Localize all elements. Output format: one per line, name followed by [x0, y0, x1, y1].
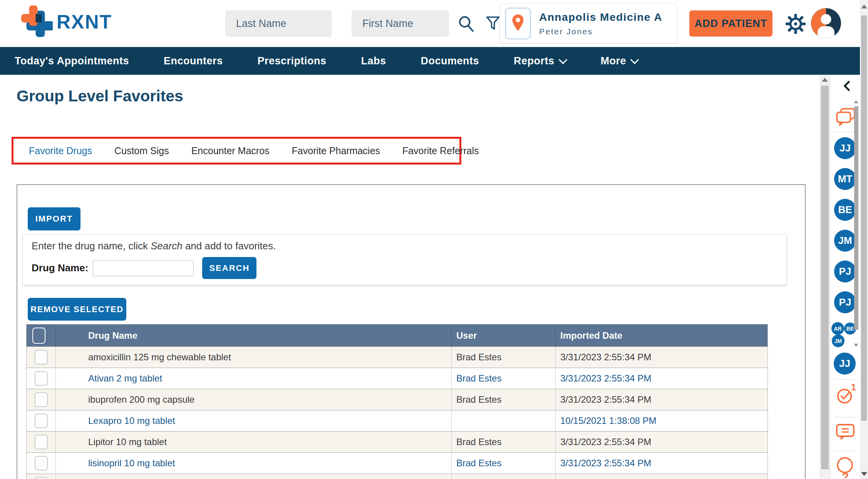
favorites-panel: IMPORT Enter the drug name, click Search… — [17, 184, 806, 479]
contact-avatar[interactable]: JM — [834, 230, 856, 252]
nav-prescriptions[interactable]: Prescriptions — [257, 55, 326, 67]
nav-more[interactable]: More — [601, 55, 638, 67]
location-pin-box — [505, 8, 531, 39]
scroll-down-arrow[interactable] — [854, 344, 858, 347]
filter-icon[interactable] — [486, 16, 500, 32]
browser-scrollbar-thumb[interactable] — [861, 15, 867, 421]
tasks-badge-count: 1 — [851, 382, 856, 393]
location-pin-icon — [511, 14, 524, 34]
add-patient-button[interactable]: ADD PATIENT — [689, 10, 772, 37]
row-checkbox[interactable] — [35, 477, 48, 479]
content-scrollbar-thumb[interactable] — [821, 86, 829, 469]
user-cell: Brad Estes — [452, 368, 556, 389]
contact-avatar[interactable]: BE — [834, 199, 856, 221]
drug-name-link[interactable]: Lexapro 10 mg tablet — [56, 410, 452, 432]
import-button[interactable]: IMPORT — [28, 207, 80, 230]
col-header-imported-date: Imported Date — [556, 324, 768, 347]
tasks-check-icon[interactable]: 1 — [836, 385, 855, 407]
contact-avatar[interactable]: JJ — [834, 353, 856, 375]
user-cell — [452, 410, 556, 432]
date-cell: 10/15/2021 1:38:08 PM — [556, 410, 768, 432]
main-nav: Today's Appointments Encounters Prescrip… — [0, 47, 860, 75]
tabs-annotation-box: Favorite Drugs Custom Sigs Encounter Mac… — [12, 137, 461, 165]
drug-name-cell: Lipitor 10 mg tablet — [56, 432, 452, 453]
message-icon[interactable] — [836, 422, 855, 444]
rxnt-app: RXNT An — [0, 0, 868, 479]
divider — [834, 132, 856, 132]
table-row: Lipitor 10 mg tablet Brad Estes 3/31/202… — [27, 432, 768, 453]
search-button[interactable]: SEARCH — [202, 257, 256, 279]
table-row: Lexapro 10 mg tablet 10/15/2021 1:38:08 … — [27, 410, 768, 432]
search-icon[interactable] — [457, 15, 475, 34]
tab-custom-sigs[interactable]: Custom Sigs — [114, 145, 169, 156]
sidebar-scrollbar[interactable] — [854, 100, 859, 347]
user-cell: Brad Estes — [452, 474, 556, 479]
tab-favorite-pharmacies[interactable]: Favorite Pharmacies — [292, 145, 380, 156]
drug-name-cell: lisinopril 20 mg tablet — [56, 474, 452, 479]
user-avatar[interactable] — [811, 8, 841, 38]
drug-name-link[interactable]: Ativan 2 mg tablet — [56, 368, 452, 389]
remove-selected-button[interactable]: REMOVE SELECTED — [28, 298, 126, 321]
chevron-down-icon — [630, 55, 639, 64]
scroll-up-arrow[interactable] — [822, 78, 828, 82]
tab-favorite-drugs[interactable]: Favorite Drugs — [29, 145, 92, 156]
contact-avatar-small[interactable]: JM — [832, 334, 845, 347]
select-all-checkbox[interactable] — [32, 328, 45, 344]
row-checkbox[interactable] — [35, 371, 48, 386]
collapse-sidebar-chevron-icon[interactable] — [842, 80, 851, 93]
table-row: lisinopril 20 mg tablet Brad Estes 3/31/… — [27, 474, 768, 479]
date-cell: 3/31/2023 2:55:34 PM — [556, 389, 768, 410]
user-cell: Brad Estes — [452, 432, 556, 453]
logo-text: RXNT — [57, 11, 112, 33]
header-checkbox-cell — [27, 324, 56, 347]
row-checkbox[interactable] — [35, 435, 48, 449]
row-checkbox[interactable] — [35, 456, 48, 471]
divider — [834, 417, 856, 417]
user-cell: Brad Estes — [452, 347, 556, 368]
contact-avatar[interactable]: PJ — [834, 291, 856, 313]
first-name-input[interactable] — [352, 10, 449, 37]
nav-encounters[interactable]: Encounters — [164, 55, 223, 67]
nav-documents[interactable]: Documents — [421, 55, 479, 67]
rxnt-plus-icon — [21, 5, 53, 39]
drug-name-cell: ibuprofen 200 mg capsule — [56, 389, 452, 410]
content-scrollbar[interactable] — [819, 75, 830, 479]
table-row: amoxicillin 125 mg chewable tablet Brad … — [27, 347, 768, 368]
messaging-sidebar: JJ MT BE JM PJ PJ AR BE JM JJ 1 — [830, 75, 860, 479]
nav-reports[interactable]: Reports — [514, 55, 566, 67]
last-name-input[interactable] — [225, 10, 332, 37]
col-header-drug-name: Drug Name — [56, 324, 452, 347]
drug-name-input[interactable] — [93, 260, 194, 276]
date-cell: 3/31/2023 2:55:34 PM — [556, 474, 768, 479]
divider — [834, 379, 856, 380]
row-checkbox[interactable] — [35, 350, 48, 365]
tab-encounter-macros[interactable]: Encounter Macros — [191, 145, 270, 156]
tab-favorite-referrals[interactable]: Favorite Referrals — [402, 145, 479, 156]
scroll-down-arrow[interactable] — [861, 472, 867, 476]
scroll-up-arrow[interactable] — [861, 5, 867, 8]
sidebar-scrollbar-thumb[interactable] — [854, 106, 858, 330]
favorite-drugs-table: Drug Name User Imported Date amoxicillin… — [26, 324, 768, 479]
table-row: Ativan 2 mg tablet Brad Estes 3/31/2023 … — [27, 368, 768, 389]
scroll-up-arrow[interactable] — [854, 100, 858, 103]
rxnt-logo[interactable]: RXNT — [21, 5, 112, 39]
drug-name-cell: amoxicillin 125 mg chewable tablet — [56, 347, 452, 368]
chevron-down-icon — [558, 55, 567, 64]
location-text: Annapolis Medicine A Peter Jones — [539, 11, 662, 36]
nav-labs[interactable]: Labs — [361, 55, 386, 67]
contact-avatar-small[interactable]: AR — [831, 322, 844, 335]
browser-scrollbar[interactable] — [860, 0, 868, 479]
contact-avatar[interactable]: PJ — [834, 261, 856, 282]
help-icon[interactable]: ? — [836, 469, 854, 475]
location-selector-card[interactable]: Annapolis Medicine A Peter Jones — [499, 3, 677, 44]
gear-icon[interactable] — [786, 14, 806, 35]
contact-avatar[interactable]: JJ — [834, 137, 856, 159]
drug-name-link[interactable]: lisinopril 10 mg tablet — [56, 453, 452, 474]
row-checkbox[interactable] — [35, 392, 48, 407]
chat-bubbles-icon[interactable] — [835, 107, 856, 130]
header: RXNT An — [0, 0, 860, 47]
contact-avatar[interactable]: MT — [834, 168, 856, 190]
table-row: ibuprofen 200 mg capsule Brad Estes 3/31… — [27, 389, 768, 410]
nav-todays-appointments[interactable]: Today's Appointments — [15, 55, 129, 67]
row-checkbox[interactable] — [35, 413, 48, 428]
